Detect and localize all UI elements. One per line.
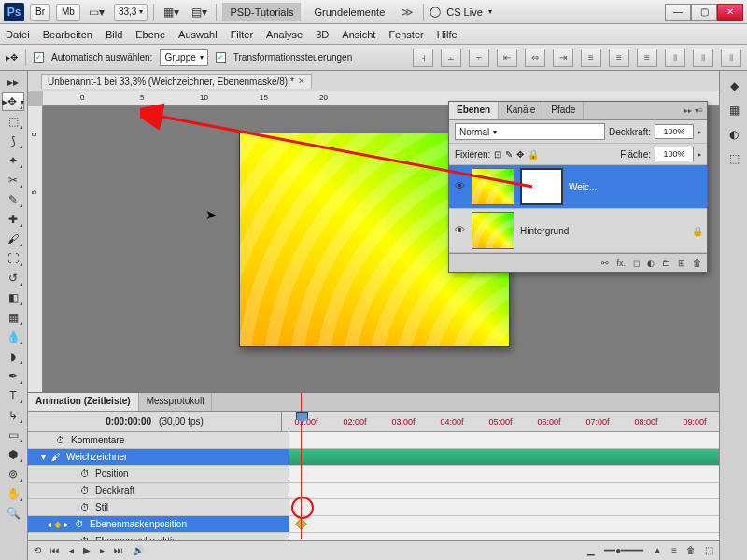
cslive-label[interactable]: CS Live xyxy=(446,7,483,18)
new-layer-icon[interactable]: ⊞ xyxy=(678,259,685,268)
stopwatch-icon[interactable]: ⏱ xyxy=(80,469,90,479)
convert-icon[interactable]: ⬚ xyxy=(705,545,713,555)
align-bottom-icon[interactable]: ⫟ xyxy=(469,49,489,67)
align-hcenter-icon[interactable]: ⇔ xyxy=(525,49,545,67)
maximize-button[interactable]: ▢ xyxy=(691,4,717,21)
marquee-tool[interactable]: ⬚ xyxy=(2,112,24,131)
prev-frame-icon[interactable]: ◂ xyxy=(69,545,74,555)
layers-panel-icon[interactable]: ⬚ xyxy=(723,149,745,168)
trash-icon[interactable]: 🗑 xyxy=(693,259,701,268)
menu-ansicht[interactable]: Ansicht xyxy=(342,29,375,40)
audio-icon[interactable]: 🔊 xyxy=(133,545,144,555)
layer-thumbnail[interactable] xyxy=(472,212,514,249)
stamp-tool[interactable]: ⛶ xyxy=(2,249,24,268)
adjustment-icon[interactable]: ◐ xyxy=(647,259,655,268)
current-time[interactable]: 0:00:00:00 xyxy=(106,416,151,427)
keyframe-diamond-icon[interactable]: ◆ xyxy=(54,519,62,529)
trash-icon[interactable]: 🗑 xyxy=(686,545,696,555)
chevron-right-icon[interactable]: ≫ xyxy=(398,6,417,19)
menu-ebene[interactable]: Ebene xyxy=(135,29,165,40)
layer-row-weichzeichner[interactable]: 👁 Weic... xyxy=(449,165,707,209)
expand-icon[interactable]: ▾ xyxy=(41,452,46,462)
move-tool[interactable]: ▸✥ xyxy=(2,92,24,111)
menu-bild[interactable]: Bild xyxy=(106,29,122,40)
link-icon[interactable]: ⚯ xyxy=(601,259,609,268)
goto-start-icon[interactable]: ⏮ xyxy=(50,545,60,555)
distribute-4-icon[interactable]: ⦀ xyxy=(665,49,685,67)
crop-tool[interactable]: ✂ xyxy=(2,171,24,189)
path-tool[interactable]: ↳ xyxy=(2,406,24,425)
extras-icon[interactable]: ▤▾ xyxy=(188,3,210,21)
history-brush-tool[interactable]: ↺ xyxy=(2,269,24,287)
menu-bearbeiten[interactable]: Bearbeiten xyxy=(43,29,92,40)
tab-messprotokoll[interactable]: Messprotokoll xyxy=(139,393,213,411)
timeline-zoom-slider[interactable]: ━━●━━━━ xyxy=(604,545,643,555)
3d-tool[interactable]: ⬢ xyxy=(2,445,24,464)
arrange-icon[interactable]: ▦▾ xyxy=(160,3,182,21)
dodge-tool[interactable]: ◗ xyxy=(2,347,24,366)
close-tab-icon[interactable]: ✕ xyxy=(298,77,305,86)
timeline-ruler[interactable]: 01:00f 02:00f 03:00f 04:00f 05:00f 06:00… xyxy=(282,417,719,427)
wand-tool[interactable]: ✦ xyxy=(2,151,24,170)
opacity-input[interactable]: 100% xyxy=(655,124,694,139)
layers-panel[interactable]: Ebenen Kanäle Pfade ▸▸▾≡ Normal Deckkraf… xyxy=(448,101,708,273)
screen-mode-icon[interactable]: ▭▾ xyxy=(86,3,108,21)
type-tool[interactable]: T xyxy=(2,386,24,405)
panel-menu-icon[interactable]: ▾≡ xyxy=(695,106,703,115)
auto-select-dropdown[interactable]: Gruppe xyxy=(160,49,207,66)
layer-mask-thumbnail[interactable] xyxy=(520,168,563,205)
healing-tool[interactable]: ✚ xyxy=(2,210,24,229)
distribute-6-icon[interactable]: ⦀ xyxy=(721,49,741,67)
stopwatch-icon[interactable]: ⏱ xyxy=(56,435,65,445)
stopwatch-icon[interactable]: ⏱ xyxy=(80,536,90,540)
lock-position-icon[interactable]: ✥ xyxy=(516,149,524,160)
transform-checkbox[interactable]: ✓ xyxy=(216,52,226,63)
tab-pfade[interactable]: Pfade xyxy=(543,102,584,119)
brush-tool[interactable]: 🖌 xyxy=(2,230,24,248)
play-icon[interactable]: ▶ xyxy=(83,545,91,555)
timeline-row-opacity[interactable]: ⏱Deckkraft xyxy=(28,483,719,499)
color-panel-icon[interactable]: ◆ xyxy=(723,77,745,95)
fx-icon[interactable]: fx. xyxy=(616,259,626,268)
visibility-icon[interactable]: 👁 xyxy=(453,224,466,237)
tab-animation[interactable]: Animation (Zeitleiste) xyxy=(28,393,139,411)
zoom-tool[interactable]: 🔍 xyxy=(2,504,24,523)
layer-row-hintergrund[interactable]: 👁 Hintergrund 🔒 xyxy=(449,209,707,253)
menu-fenster[interactable]: Fenster xyxy=(388,29,423,40)
next-keyframe-icon[interactable]: ▸ xyxy=(64,519,69,529)
collapse-icon[interactable]: ▸▸ xyxy=(2,73,24,91)
visibility-icon[interactable]: 👁 xyxy=(453,180,466,193)
keyframe[interactable] xyxy=(295,518,307,530)
lock-all-icon[interactable]: 🔒 xyxy=(528,149,539,160)
zoom-in-icon[interactable]: ▲ xyxy=(653,545,662,555)
distribute-3-icon[interactable]: ≡ xyxy=(637,49,657,67)
adjustments-panel-icon[interactable]: ◐ xyxy=(723,125,745,144)
timeline-row-maskpos[interactable]: ◂ ◆ ▸ ⏱ Ebenenmaskenposition xyxy=(28,516,719,533)
blend-mode-select[interactable]: Normal xyxy=(455,123,605,140)
menu-analyse[interactable]: Analyse xyxy=(266,29,303,40)
close-button[interactable]: ✕ xyxy=(717,4,743,21)
timeline-row-group[interactable]: ▾🖌Weichzeichner xyxy=(28,449,719,466)
timeline-row-comments[interactable]: ⏱Kommentare xyxy=(28,432,719,449)
lasso-tool[interactable]: ⟆ xyxy=(2,132,24,150)
zoom-out-icon[interactable]: ▁ xyxy=(587,545,595,555)
minimize-button[interactable]: — xyxy=(665,4,691,21)
group-icon[interactable]: 🗀 xyxy=(662,259,670,268)
menu-datei[interactable]: Datei xyxy=(6,29,30,40)
lock-pixels-icon[interactable]: ✎ xyxy=(505,149,513,160)
stopwatch-icon[interactable]: ⏱ xyxy=(80,485,90,496)
hand-tool[interactable]: ✋ xyxy=(2,484,24,503)
distribute-5-icon[interactable]: ⦀ xyxy=(693,49,713,67)
menu-hilfe[interactable]: Hilfe xyxy=(437,29,458,40)
align-vcenter-icon[interactable]: ⫠ xyxy=(441,49,461,67)
next-frame-icon[interactable]: ▸ xyxy=(100,545,105,555)
bridge-button[interactable]: Br xyxy=(30,4,50,21)
distribute-2-icon[interactable]: ≡ xyxy=(609,49,629,67)
distribute-1-icon[interactable]: ≡ xyxy=(581,49,601,67)
align-right-icon[interactable]: ⇥ xyxy=(553,49,573,67)
align-top-icon[interactable]: ⫞ xyxy=(413,49,433,67)
panel-collapse-icon[interactable]: ▸▸ xyxy=(684,106,692,115)
minibridge-button[interactable]: Mb xyxy=(56,4,80,21)
gradient-tool[interactable]: ▦ xyxy=(2,308,24,327)
tab-kanaele[interactable]: Kanäle xyxy=(499,102,543,119)
